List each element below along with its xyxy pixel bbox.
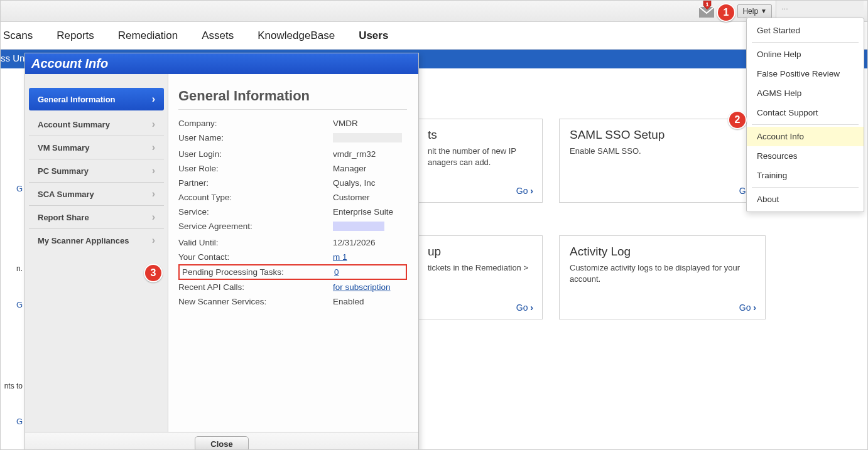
- help-dropdown-button[interactable]: Help ▼: [737, 4, 772, 18]
- modal-title: Account Info: [25, 53, 418, 74]
- help-item-false-positive[interactable]: False Positive Review: [747, 64, 864, 83]
- nav-tab-assets[interactable]: Assets: [202, 29, 234, 42]
- help-item-resources[interactable]: Resources: [747, 146, 864, 166]
- callout-1: 1: [717, 3, 735, 22]
- chevron-right-icon: ›: [152, 94, 155, 105]
- field-userlogin: User Login:vmdr_rm32: [178, 147, 407, 161]
- card-title: SAML SSO Setup: [570, 128, 755, 142]
- field-username: User Name:: [178, 131, 407, 147]
- bg-card-remed: up tickets in the Remediation > Go ›: [417, 235, 543, 319]
- help-item-get-started[interactable]: Get Started: [747, 21, 864, 40]
- help-label: Help: [742, 7, 758, 16]
- nav-tab-scans[interactable]: Scans: [3, 29, 33, 42]
- bg-snip: ss Un: [1, 53, 24, 63]
- field-userrole: User Role:Manager: [178, 161, 407, 176]
- chevron-right-icon: ›: [152, 142, 155, 153]
- help-item-agms-help[interactable]: AGMS Help: [747, 83, 864, 103]
- chevron-right-icon: ›: [152, 212, 155, 223]
- help-item-online-help[interactable]: Online Help: [747, 45, 864, 64]
- bg-card-activitylog: Activity Log Customize activity logs to …: [559, 235, 766, 319]
- api-calls-link[interactable]: for subscription: [333, 282, 391, 292]
- chevron-right-icon: ›: [152, 119, 155, 130]
- sidebar-item-pc-summary[interactable]: PC Summary›: [29, 159, 164, 183]
- bg-aside-col: G n. G nts to G: [1, 68, 26, 445]
- go-link[interactable]: Go ›: [516, 186, 533, 196]
- sidebar-item-scanner-appliances[interactable]: My Scanner Appliances›: [29, 229, 164, 252]
- nav-tab-reports[interactable]: Reports: [57, 29, 94, 42]
- help-item-about[interactable]: About: [747, 190, 864, 209]
- sidebar-item-report-share[interactable]: Report Share›: [29, 206, 164, 229]
- modal-footer: Close: [25, 432, 418, 450]
- top-toolbar: 1 Help ▼ …: [1, 1, 867, 22]
- go-link[interactable]: Go ›: [516, 303, 533, 313]
- bg-go1[interactable]: G: [16, 184, 23, 193]
- mail-icon[interactable]: 1: [698, 4, 715, 18]
- redacted-value: [333, 133, 402, 142]
- field-company: Company:VMDR: [178, 116, 407, 131]
- field-api-calls: Recent API Calls:for subscription: [178, 280, 407, 294]
- field-partner: Partner:Qualys, Inc: [178, 176, 407, 190]
- modal-side-nav: General Information› Account Summary› VM…: [25, 74, 168, 432]
- card-title: ts: [428, 128, 532, 142]
- account-info-modal: Account Info General Information› Accoun…: [24, 53, 419, 450]
- field-valid-until: Valid Until:12/31/2026: [178, 235, 407, 250]
- help-item-contact-support[interactable]: Contact Support: [747, 103, 864, 122]
- nav-tab-users[interactable]: Users: [359, 29, 388, 42]
- go-link[interactable]: Go ›: [739, 303, 756, 313]
- chevron-right-icon: ›: [152, 188, 155, 200]
- sidebar-item-sca-summary[interactable]: SCA Summary›: [29, 183, 164, 206]
- chevron-down-icon: ▼: [761, 8, 767, 14]
- chevron-right-icon: ›: [152, 165, 155, 176]
- contact-link[interactable]: m 1: [333, 252, 347, 262]
- help-item-account-info[interactable]: Account Info: [747, 127, 864, 146]
- callout-3: 3: [144, 264, 163, 282]
- redacted-value: [333, 222, 384, 231]
- bg-card-iplimits: ts nit the number of new IPanagers can a…: [417, 119, 543, 203]
- nav-tab-kb[interactable]: KnowledgeBase: [258, 29, 335, 42]
- bg-go3[interactable]: G: [16, 417, 23, 426]
- content-heading: General Information: [178, 88, 407, 110]
- card-title: Activity Log: [570, 245, 755, 259]
- help-dropdown-menu: Get Started Online Help False Positive R…: [746, 18, 864, 212]
- modal-content: General Information Company:VMDR User Na…: [168, 74, 418, 432]
- bg-card-saml: SAML SSO Setup Enable SAML SSO. Go ›: [559, 119, 766, 203]
- bg-aside-text1: n.: [16, 264, 23, 273]
- primary-nav: Scans Reports Remediation Assets Knowled…: [1, 22, 867, 50]
- svg-text:1: 1: [706, 1, 709, 8]
- field-service: Service:Enterprise Suite: [178, 205, 407, 219]
- field-scanner-services: New Scanner Services:Enabled: [178, 294, 407, 309]
- nav-tab-remediation[interactable]: Remediation: [118, 29, 178, 42]
- help-item-training[interactable]: Training: [747, 166, 864, 185]
- pending-tasks-link[interactable]: 0: [334, 267, 339, 277]
- callout-2: 2: [728, 110, 747, 129]
- bg-go2[interactable]: G: [16, 300, 23, 309]
- field-account-type: Account Type:Customer: [178, 190, 407, 205]
- bg-aside-text2: nts to: [4, 382, 23, 390]
- card-title: up: [428, 245, 532, 259]
- close-button[interactable]: Close: [195, 436, 248, 450]
- sidebar-item-account-summary[interactable]: Account Summary›: [29, 113, 164, 136]
- sidebar-item-vm-summary[interactable]: VM Summary›: [29, 136, 164, 159]
- chevron-right-icon: ›: [152, 235, 155, 246]
- field-pending-tasks: Pending Processing Tasks:0: [178, 264, 407, 280]
- sidebar-item-general[interactable]: General Information›: [29, 88, 164, 110]
- field-contact: Your Contact:m 1: [178, 250, 407, 264]
- field-service-agreement: Service Agreement:: [178, 219, 407, 235]
